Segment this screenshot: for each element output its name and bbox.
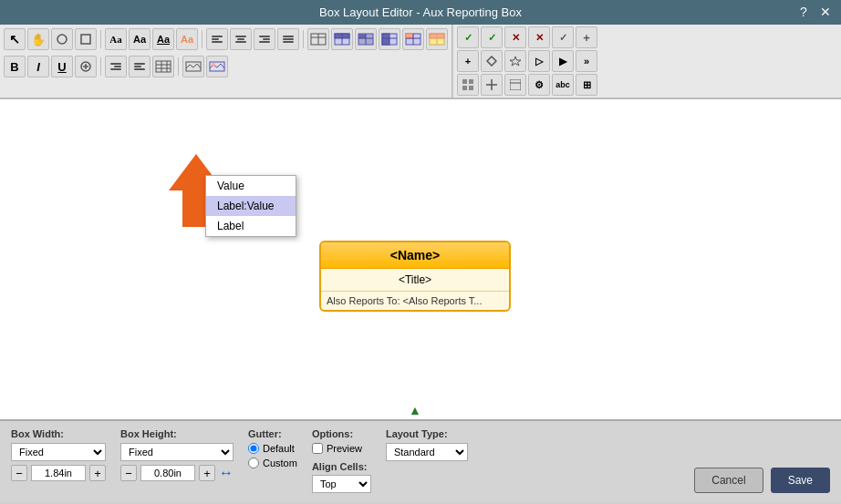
box-width-value-row: − + [11, 465, 106, 481]
align-right-button[interactable] [254, 28, 275, 50]
bold-button[interactable]: B [4, 56, 26, 77]
text-color-button[interactable]: Aa [176, 28, 198, 50]
cross-button[interactable]: ✕ [504, 26, 526, 48]
grid1-button[interactable] [457, 74, 479, 96]
fast-forward-button[interactable]: » [576, 50, 597, 72]
grid2-button[interactable] [481, 74, 503, 96]
text-serif-button[interactable]: Aa [105, 28, 127, 50]
box-height-select[interactable]: Fixed Auto [120, 443, 234, 461]
move-up-button[interactable]: + [457, 50, 479, 72]
layout-button[interactable] [504, 74, 526, 96]
box-width-plus-button[interactable]: + [89, 465, 106, 481]
gutter-default-option[interactable]: Default [248, 443, 297, 454]
diamond-button[interactable] [481, 50, 503, 72]
org-box-reports: Also Reports To: <Also Reports T... [321, 292, 509, 310]
cross2-button[interactable]: ✕ [528, 26, 550, 48]
svg-rect-35 [462, 79, 467, 84]
table-view2-button[interactable] [331, 28, 353, 50]
settings-button[interactable]: ⚙ [528, 74, 550, 96]
separator-3 [303, 30, 304, 48]
svg-rect-16 [406, 34, 413, 38]
check-green-button[interactable]: ✓ [457, 26, 479, 48]
box-width-minus-button[interactable]: − [11, 465, 27, 481]
org-box-name: <Name> [321, 242, 509, 269]
check2-button[interactable]: ✓ [481, 26, 503, 48]
box-height-plus-button[interactable]: + [199, 465, 215, 481]
star-button[interactable] [504, 50, 526, 72]
svg-rect-1 [81, 35, 90, 44]
box-width-label: Box Width: [11, 428, 106, 439]
main-body: ↖ ✋ Aa Aa Aa Aa [0, 25, 841, 502]
gutter-custom-radio[interactable] [248, 458, 259, 468]
help-icon[interactable]: ? [795, 5, 812, 19]
svg-point-32 [212, 63, 215, 67]
layout-type-label: Layout Type: [386, 428, 468, 439]
align-cells-select[interactable]: Top Middle Bottom [312, 475, 371, 493]
cursor-tool-button[interactable]: ↖ [4, 28, 26, 50]
svg-rect-9 [358, 34, 366, 38]
gutter-default-radio[interactable] [248, 443, 259, 454]
align-center-button[interactable] [230, 28, 252, 50]
italic-button[interactable]: I [27, 56, 49, 77]
layout-type-group: Layout Type: Standard Compact Extended [386, 428, 468, 461]
separator-2 [202, 30, 202, 48]
svg-rect-41 [510, 79, 521, 90]
table-view3-button[interactable] [355, 28, 377, 50]
box-height-value-row: − + ↔ [120, 465, 234, 481]
close-icon[interactable]: ✕ [817, 5, 834, 19]
right-arrow-button[interactable]: ▷ [528, 50, 550, 72]
circle-tool-button[interactable] [51, 28, 73, 50]
play-button[interactable]: ▶ [552, 50, 574, 72]
svg-rect-37 [462, 86, 467, 90]
text-sans-button[interactable]: Aa [129, 28, 151, 50]
dropdown-item-value[interactable]: Value [206, 176, 296, 196]
window-title: Box Layout Editor - Aux Reporting Box [319, 5, 522, 19]
org-box-arrow: ▲ [409, 403, 421, 417]
title-bar: Box Layout Editor - Aux Reporting Box ? … [0, 0, 841, 25]
preview-option[interactable]: Preview [312, 443, 371, 454]
box-height-input[interactable] [140, 465, 195, 481]
box-width-select[interactable]: Fixed Auto [11, 443, 106, 461]
image-basic-button[interactable] [182, 56, 204, 77]
align-justify-button[interactable] [277, 28, 299, 50]
indent-right-button[interactable] [129, 56, 151, 77]
bottom-controls: Box Width: Fixed Auto − + Box Height: Fi… [0, 419, 841, 502]
plus-right-button[interactable]: + [576, 26, 597, 48]
preview-checkbox[interactable] [312, 443, 323, 454]
expand-button[interactable]: ⊞ [576, 74, 597, 96]
gutter-label: Gutter: [248, 428, 297, 439]
table-view6-button[interactable] [426, 28, 448, 50]
hand-tool-button[interactable]: ✋ [27, 28, 49, 50]
cancel-button[interactable]: Cancel [694, 468, 763, 493]
svg-marker-34 [510, 57, 521, 66]
save-button[interactable]: Save [771, 468, 830, 493]
table-view4-button[interactable] [379, 28, 400, 50]
box-height-minus-button[interactable]: − [120, 465, 137, 481]
canvas-area[interactable]: <Name> <Title> Also Reports To: <Also Re… [0, 99, 841, 419]
underline-button[interactable]: U [51, 56, 73, 77]
svg-point-0 [57, 35, 67, 44]
table-view1-button[interactable] [307, 28, 329, 50]
table-small-button[interactable] [152, 56, 174, 77]
title-bar-icons: ? ✕ [795, 5, 834, 19]
org-box[interactable]: <Name> <Title> Also Reports To: <Also Re… [319, 241, 511, 312]
link-dimensions-button[interactable]: ↔ [219, 465, 234, 481]
indent-left-button[interactable] [105, 56, 127, 77]
box-width-group: Box Width: Fixed Auto − + [11, 428, 106, 481]
text-field-button[interactable]: abc [552, 74, 574, 96]
align-left-button[interactable] [206, 28, 228, 50]
square-tool-button[interactable] [75, 28, 97, 50]
image-styled-button[interactable] [206, 56, 228, 77]
options-group: Options: Preview Align Cells: Top Middle… [312, 428, 371, 493]
layout-type-select[interactable]: Standard Compact Extended [386, 443, 468, 461]
format-dropdown-button[interactable] [75, 56, 97, 77]
dropdown-item-label-value[interactable]: Label:Value [206, 196, 296, 216]
box-width-input[interactable] [31, 465, 86, 481]
gutter-custom-option[interactable]: Custom [248, 458, 297, 468]
svg-rect-13 [382, 34, 389, 45]
table-view5-button[interactable] [402, 28, 424, 50]
dropdown-item-label[interactable]: Label [206, 216, 296, 236]
text-styled-button[interactable]: Aa [152, 28, 174, 50]
svg-rect-25 [156, 61, 171, 72]
check3-button[interactable]: ✓ [552, 26, 574, 48]
